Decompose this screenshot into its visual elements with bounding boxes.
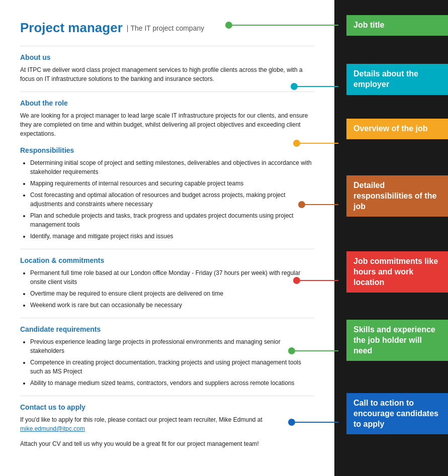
annotation-overview: Overview of the job — [346, 119, 448, 139]
company-separator: | — [127, 24, 129, 32]
company-name: The IT project company — [130, 24, 204, 32]
annotation-job-title: Job title — [346, 15, 448, 36]
annotation-responsibilities: Detailed responsibilities of the job — [346, 175, 448, 217]
list-item: Ability to manage medium sized teams, co… — [30, 378, 314, 388]
contact-heading: Contact us to apply — [20, 403, 314, 411]
annotation-employer: Details about the employer — [346, 64, 448, 95]
about-us-section: About us At ITPC we deliver word class p… — [20, 53, 314, 83]
job-title-section: Project manager | The IT project company — [20, 20, 314, 36]
list-item: Permanent full time role based at our Lo… — [30, 268, 314, 287]
annotation-commitments: Job commitments like hours and work loca… — [346, 251, 448, 293]
document-panel: Project manager | The IT project company… — [0, 0, 334, 476]
candidate-list: Previous experience leading large projec… — [20, 337, 314, 388]
contact-email[interactable]: mike.edmund@itpc.com — [20, 425, 85, 432]
about-role-heading: About the role — [20, 99, 314, 107]
about-us-heading: About us — [20, 53, 314, 61]
annotation-cta: Call to action to encourage candidates t… — [346, 393, 448, 434]
location-section: Location & commitments Permanent full ti… — [20, 256, 314, 310]
candidate-heading: Candidate requirements — [20, 325, 314, 333]
location-list: Permanent full time role based at our Lo… — [20, 268, 314, 310]
list-item: Previous experience leading large projec… — [30, 337, 314, 355]
list-item: Determining initial scope of project and… — [30, 158, 314, 176]
responsibilities-heading: Responsibilities — [20, 146, 314, 154]
list-item: Competence in creating project documenta… — [30, 358, 314, 376]
list-item: Identify, manage and mitigate project ri… — [30, 232, 314, 241]
list-item: Plan and schedule projects and tasks, tr… — [30, 211, 314, 229]
candidate-section: Candidate requirements Previous experien… — [20, 325, 314, 388]
annotation-skills: Skills and experience the job holder wil… — [346, 320, 448, 361]
responsibilities-section: Responsibilities Determining initial sco… — [20, 146, 314, 241]
about-us-text: At ITPC we deliver word class project ma… — [20, 65, 314, 83]
list-item: Weekend work is rare but can occasionall… — [30, 301, 314, 310]
annotations-panel: Job title Details about the employer Ove… — [334, 0, 448, 476]
job-title: Project manager — [20, 20, 123, 36]
list-item: Cost forecasting and optimal allocation … — [30, 191, 314, 209]
list-item: Mapping requirements of internal resourc… — [30, 179, 314, 188]
responsibilities-list: Determining initial scope of project and… — [20, 158, 314, 241]
page-wrapper: Project manager | The IT project company… — [0, 0, 448, 476]
list-item: Overtime may be required to ensure clien… — [30, 289, 314, 298]
about-role-section: About the role We are looking for a proj… — [20, 99, 314, 138]
contact-section: Contact us to apply If you'd like to app… — [20, 403, 314, 448]
about-role-text: We are looking for a project manager to … — [20, 111, 314, 138]
location-heading: Location & commitments — [20, 256, 314, 264]
contact-text1: If you'd like to apply for this role, pl… — [20, 415, 314, 433]
contact-text2: Attach your CV and tell us why you would… — [20, 439, 314, 448]
